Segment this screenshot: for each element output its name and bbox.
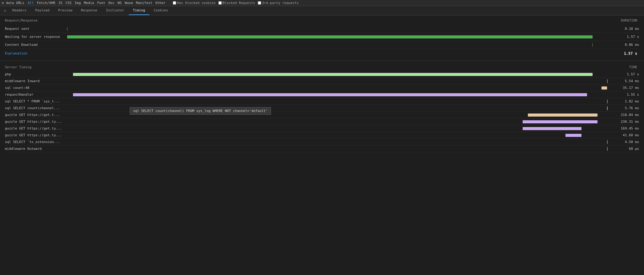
- section-divider: [0, 61, 644, 61]
- sql-tx-extension-label: sql SELECT `tx_extension...: [5, 140, 73, 144]
- filter-type-manifest[interactable]: Manifest: [135, 1, 153, 5]
- sql-tx-extension-value: 4.50 ms: [608, 140, 639, 144]
- tab-payload[interactable]: Payload: [31, 6, 54, 15]
- request-sent-bar-area: [67, 27, 608, 31]
- filter-types[interactable]: AllFetch/XHRJSCSSImgMediaFontDocWSWasmMa…: [27, 1, 168, 5]
- server-row-request-handler: requestHandler 1.55 s: [5, 91, 639, 98]
- sql-count-value: 35.17 ms: [608, 86, 639, 90]
- middleware-outward-tick: [607, 147, 608, 151]
- filter-type-css[interactable]: CSS: [65, 1, 73, 5]
- php-bar-area: [73, 73, 608, 76]
- sql-count-channel-value: 5.76 ms: [608, 106, 639, 110]
- tab-cookies[interactable]: Cookies: [149, 6, 172, 15]
- request-response-section: Request/Response DURATION Request sent 0…: [0, 15, 644, 58]
- request-handler-bar: [73, 93, 587, 96]
- php-label: php: [5, 72, 73, 76]
- content-download-tick: [592, 43, 593, 47]
- waiting-server-label: Waiting for server response: [5, 35, 67, 39]
- server-row-sql-count-channel: sql SELECT count(channel... sql SELECT c…: [5, 105, 639, 112]
- waiting-server-bar-area: [67, 35, 608, 39]
- request-sent-tick: [67, 27, 67, 31]
- sql-select-star-value: 1.82 ms: [608, 99, 639, 103]
- sql-count-label: sql count:48: [5, 86, 73, 90]
- filter-type-all[interactable]: All: [27, 1, 35, 5]
- content-download-value: 0.86 ms: [608, 43, 639, 47]
- filter-type-other[interactable]: Other: [155, 1, 167, 5]
- server-timing-header: Server Timing TIME: [5, 65, 639, 69]
- filter-type-media[interactable]: Media: [83, 1, 95, 5]
- filter-prefix: e data URLs: [2, 1, 24, 5]
- has-blocked-cookies-checkbox[interactable]: Has blocked cookies: [173, 1, 216, 5]
- sql-count-bar-area: [73, 86, 608, 90]
- filter-type-doc[interactable]: Doc: [107, 1, 115, 5]
- middleware-outward-bar-area: [73, 147, 608, 151]
- content-download-bar-area: [67, 43, 608, 47]
- server-row-guzzle-1: guzzle GET https://get.t... 218.84 ms: [5, 112, 639, 118]
- middleware-inward-label: middleware Inward: [5, 79, 73, 83]
- guzzle-4-bar: [565, 134, 581, 137]
- explanation-total-row: Explanation 1.57 s: [5, 49, 639, 57]
- guzzle-4-bar-area: [73, 134, 608, 137]
- request-sent-value: 0.18 ms: [608, 27, 639, 31]
- server-row-guzzle-2: guzzle GET https://get.ty... 230.31 ms: [5, 118, 639, 125]
- guzzle-1-bar-area: [73, 113, 608, 117]
- server-row-sql-count: sql count:48 35.17 ms: [5, 85, 639, 91]
- total-duration-value: 1.57 s: [624, 51, 639, 56]
- time-header-label: TIME: [629, 65, 638, 69]
- guzzle-4-value: 41.60 ms: [608, 133, 639, 137]
- server-row-middleware-outward: middleware Outward 60 μs: [5, 145, 639, 152]
- tab-initiator[interactable]: Initiator: [102, 6, 129, 15]
- filter-type-img[interactable]: Img: [74, 1, 82, 5]
- waiting-server-bar: [67, 35, 593, 38]
- tab-preview[interactable]: Preview: [54, 6, 77, 15]
- guzzle-2-bar-area: [73, 120, 608, 124]
- tab-timing[interactable]: Timing: [129, 6, 150, 15]
- guzzle-1-label: guzzle GET https://get.t...: [5, 113, 73, 117]
- filter-bar: e data URLs AllFetch/XHRJSCSSImgMediaFon…: [0, 0, 644, 6]
- third-party-requests-checkbox[interactable]: 3rd-party requests: [258, 1, 299, 5]
- blocked-requests-checkbox[interactable]: Blocked Requests: [218, 1, 255, 5]
- sql-count-channel-tick: [607, 106, 608, 110]
- middleware-inward-bar-area: [73, 79, 608, 83]
- server-row-middleware-inward: middleware Inward 5.54 ms: [5, 78, 639, 85]
- sql-select-star-label: sql SELECT * FROM `sys_t...: [5, 99, 73, 103]
- tab-response[interactable]: Response: [77, 6, 102, 15]
- middleware-inward-tick: [607, 79, 608, 83]
- guzzle-2-bar: [523, 120, 597, 123]
- request-handler-label: requestHandler: [5, 93, 73, 97]
- waiting-server-value: 1.57 s: [608, 35, 639, 39]
- tab-headers[interactable]: Headers: [8, 6, 31, 15]
- server-row-sql-tx-extension: sql SELECT `tx_extension... 4.50 ms: [5, 139, 639, 145]
- filter-type-wasm[interactable]: Wasm: [124, 1, 134, 5]
- sql-tx-extension-tick: [607, 140, 608, 144]
- request-sent-label: Request sent: [5, 27, 67, 31]
- guzzle-3-value: 169.45 ms: [608, 126, 639, 130]
- sql-count-bar: [601, 86, 607, 90]
- filter-type-ws[interactable]: WS: [117, 1, 123, 5]
- sql-select-star-bar-area: [73, 100, 608, 103]
- sql-select-star-tick: [607, 100, 608, 103]
- close-button[interactable]: ✕: [2, 6, 8, 15]
- guzzle-4-label: guzzle GET https://get.ty...: [5, 133, 73, 137]
- guzzle-1-value: 218.84 ms: [608, 113, 639, 117]
- filter-type-js[interactable]: JS: [57, 1, 63, 5]
- server-timing-section: Server Timing TIME php 1.57 s middleware…: [0, 63, 644, 153]
- sql-tx-extension-bar-area: [73, 140, 608, 144]
- explanation-link[interactable]: Explanation: [5, 51, 27, 56]
- main-panel: Request/Response DURATION Request sent 0…: [0, 15, 644, 153]
- guzzle-1-bar: [528, 114, 597, 117]
- sql-count-channel-label: sql SELECT count(channel...: [5, 106, 73, 110]
- middleware-outward-value: 60 μs: [608, 147, 639, 151]
- middleware-outward-label: middleware Outward: [5, 147, 73, 151]
- guzzle-2-value: 230.31 ms: [608, 120, 639, 124]
- sql-count-channel-bar-area: sql SELECT count(channel) FROM sys_log W…: [73, 106, 608, 110]
- server-timing-title: Server Timing: [5, 65, 31, 69]
- server-row-sql-select-star: sql SELECT * FROM `sys_t... 1.82 ms: [5, 98, 639, 105]
- content-download-row: Content Download 0.86 ms: [5, 41, 639, 49]
- request-handler-bar-area: [73, 93, 608, 97]
- filter-type-fetch/xhr[interactable]: Fetch/XHR: [36, 1, 56, 5]
- filter-type-font[interactable]: Font: [96, 1, 106, 5]
- request-response-title: Request/Response: [5, 18, 38, 22]
- guzzle-2-label: guzzle GET https://get.ty...: [5, 120, 73, 124]
- waiting-server-row: Waiting for server response 1.57 s: [5, 33, 639, 41]
